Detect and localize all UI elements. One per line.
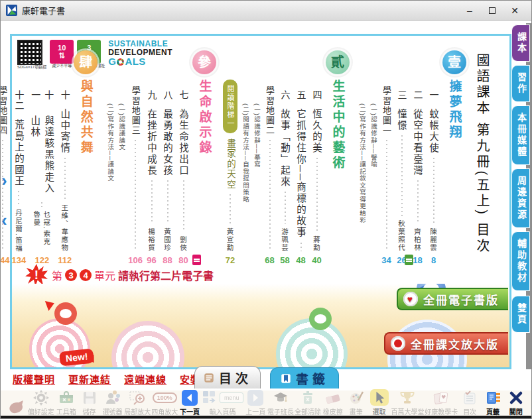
- toc-entry[interactable]: 三 憧憬 秋葉照代 26: [395, 42, 409, 265]
- lesson-title: 恆久的美: [310, 109, 324, 154]
- eraser-icon: [325, 389, 341, 406]
- toc-entry[interactable]: 十一 與達駭黑熊走入山林 乜寇.索克魯曼 122: [28, 42, 56, 265]
- tab-two-page-view[interactable]: 雙頁: [511, 296, 530, 333]
- tool-label: 選取: [373, 406, 386, 416]
- lesson-author: 游珮芸: [280, 228, 290, 252]
- tab-peripheral-resources[interactable]: 周邊資源: [511, 168, 530, 228]
- page-grid-icon: menu: [202, 389, 244, 406]
- lesson-number: 十二: [12, 90, 25, 111]
- toolbox-button[interactable]: 工具箱: [55, 389, 78, 416]
- lesson-title: 故事「動」起來: [278, 109, 292, 188]
- unit-4: 肆 與自然共舞 十 山中寄情 王維、韋應物 112 十一 與達駭黑熊走入山林 乜…: [0, 42, 98, 265]
- toc-entry[interactable]: 十 山中寄情 王維、韋應物 112: [58, 42, 72, 265]
- picker-button[interactable]: 選號器: [101, 389, 123, 416]
- save-button[interactable]: 儲存: [78, 389, 101, 416]
- reading-ladder-1[interactable]: 閱讀階梯一 畫家的天空 黃宣勳 72: [223, 42, 237, 265]
- update-link[interactable]: 更新連結: [68, 372, 111, 386]
- select-button[interactable]: 選取: [368, 389, 391, 416]
- close-app-button[interactable]: 關閉: [505, 389, 527, 416]
- toc-tab-label: 目次: [219, 369, 252, 387]
- toc-entry[interactable]: 九 在挫折中成長 楊裕貿 96: [145, 42, 159, 265]
- lesson-title: 最勇敢的女孩: [161, 109, 174, 176]
- window-title: 康軒電子書: [22, 4, 65, 17]
- dotted-leader: [18, 191, 19, 206]
- note-text: (二)閱讀有方法──自我提問策略: [241, 103, 250, 203]
- laser-pointer-icon: [7, 399, 25, 416]
- tab-supplementary-materials[interactable]: 輔助教材: [511, 231, 530, 291]
- lesson-number: 二: [411, 90, 425, 101]
- toc-entry[interactable]: 六 故事「動」起來 游珮芸 58: [278, 42, 292, 265]
- trophy-icon: [399, 389, 415, 406]
- unit-1-title: 擁夢飛翔: [446, 80, 464, 141]
- trash-icon: [300, 389, 316, 406]
- reading-ladder-title: 畫家的天空: [224, 139, 237, 190]
- clear-all-button[interactable]: 全部清除: [295, 389, 321, 416]
- goto-page-button[interactable]: menu 輸入頁碼: [202, 389, 244, 416]
- enlarged-text-label: 全冊課文放大版: [411, 335, 499, 352]
- tab-workbook[interactable]: 習作: [511, 65, 530, 102]
- tab-textbook[interactable]: 課本: [511, 25, 530, 62]
- minimize-button[interactable]: –: [458, 2, 481, 19]
- lesson-title: 它抓得住你──商標的故事: [294, 109, 308, 239]
- maximize-button[interactable]: [481, 2, 503, 19]
- toc-entry[interactable]: 七 為生命找出口 劉俠 80: [176, 42, 190, 265]
- learning-map-main: 學習地圖一 34: [380, 42, 393, 265]
- teaching-cards-button[interactable]: 好康教學卡: [425, 389, 458, 416]
- unit-4-header: 肆 與自然共舞: [74, 42, 98, 265]
- lesson-number: 三: [395, 90, 409, 101]
- menu-box[interactable]: menu: [220, 392, 244, 403]
- zoom-100-icon: 100%: [153, 389, 177, 406]
- lesson-author: 丹尼爾.笛福: [14, 210, 24, 252]
- bookmark-tab-icon: [280, 373, 292, 385]
- toc-entry[interactable]: 四 恆久的美 蔣勳 40: [310, 42, 324, 265]
- graduation-cap-icon: [273, 389, 289, 406]
- tool-label: 上一頁: [245, 406, 265, 416]
- toolbox-icon: [58, 389, 74, 406]
- alert-star-icon: !: [25, 264, 48, 286]
- toc-tab-icon: [203, 372, 215, 384]
- close-button[interactable]: ✕: [503, 2, 526, 19]
- corner-zoom-button[interactable]: 100% 四角放大: [151, 389, 178, 416]
- copyright-link[interactable]: 版權聲明: [13, 372, 55, 386]
- remote-connection-link[interactable]: 遠端連線: [124, 372, 166, 386]
- maximize-icon: [489, 7, 496, 14]
- learning-map-2[interactable]: 學習地圖二 68 (一)認識修辭──摹寫 (二)閱讀有方法──自我提問策略: [239, 42, 276, 265]
- full-ebook-button[interactable]: ♥ 全冊電子書版: [397, 288, 508, 310]
- toc-entry[interactable]: 十二 荒島上的國王 丹尼爾.笛福 134: [12, 42, 27, 265]
- lesson-page-number: 72: [226, 255, 235, 265]
- learning-map-3[interactable]: 學習地圖三 106 (一)認識議論文 (二)寫作有方法──議論文: [103, 42, 143, 265]
- toc-toolbar-button[interactable]: 目次: [458, 389, 481, 416]
- toc-entry[interactable]: 一 蚊帳大使 陳麗雲 8: [427, 42, 440, 265]
- next-page-button[interactable]: 下一頁: [178, 389, 201, 416]
- bookmark-tab[interactable]: 書籤: [270, 367, 339, 389]
- lesson-page-number: 58: [280, 255, 289, 265]
- preferences-button[interactable]: 偏好設定: [28, 389, 54, 416]
- toc-entry[interactable]: 八 最勇敢的女孩 黃國珍 88: [161, 42, 174, 265]
- unit-4-title: 與自然共舞: [77, 80, 95, 156]
- lesson-number: 九: [145, 90, 159, 101]
- paint-button[interactable]: 畫筆: [345, 389, 367, 416]
- eraser-button[interactable]: 橡皮擦: [322, 389, 344, 416]
- laser-pointer-button[interactable]: [5, 399, 27, 416]
- toc-entry[interactable]: 五 它抓得住你──商標的故事 48: [294, 42, 308, 265]
- bottom-toolbar: 偏好設定 工具箱 儲存 選號器 局部放大 100% 四角放大 下一頁 menu …: [1, 390, 531, 417]
- palette-icon: [348, 389, 364, 406]
- toc-tab[interactable]: 目次: [194, 366, 261, 389]
- partial-zoom-button[interactable]: 局部放大: [124, 389, 151, 416]
- unit-2-header: 貳 生活中的藝術: [326, 42, 350, 265]
- learning-map-1[interactable]: 學習地圖一 34 (一)認識修辭──譬喻 (二)寫作有方法──讓記敘文寫得更精彩: [356, 42, 393, 265]
- learning-map-main: 學習地圖二 68: [263, 42, 276, 265]
- tab-volume-media[interactable]: 本冊媒體: [511, 105, 530, 165]
- lesson-number: 十: [58, 90, 72, 101]
- tool-label: 百萬大學堂: [391, 406, 424, 416]
- tool-label: 好康教學卡: [425, 406, 458, 416]
- page-title: 國語課本 第九冊(五上) 目次: [473, 42, 492, 265]
- learning-map-4[interactable]: 學習地圖四 144 (一)認識古典詩 (二)寫作有方法──故事寫作: [0, 42, 10, 265]
- toc-entry[interactable]: 二 從空中看臺灣 齊柏林 18: [411, 42, 425, 265]
- class-leader-button[interactable]: 電子班長: [267, 389, 294, 416]
- enlarged-text-button[interactable]: 全冊課文放大版: [384, 332, 508, 355]
- page-tabs-button[interactable]: 頁籤: [482, 389, 504, 416]
- prev-page-button[interactable]: 上一頁: [244, 389, 267, 416]
- tool-label: 工具箱: [56, 406, 76, 416]
- quiz-hall-button[interactable]: 百萬大學堂: [391, 389, 424, 416]
